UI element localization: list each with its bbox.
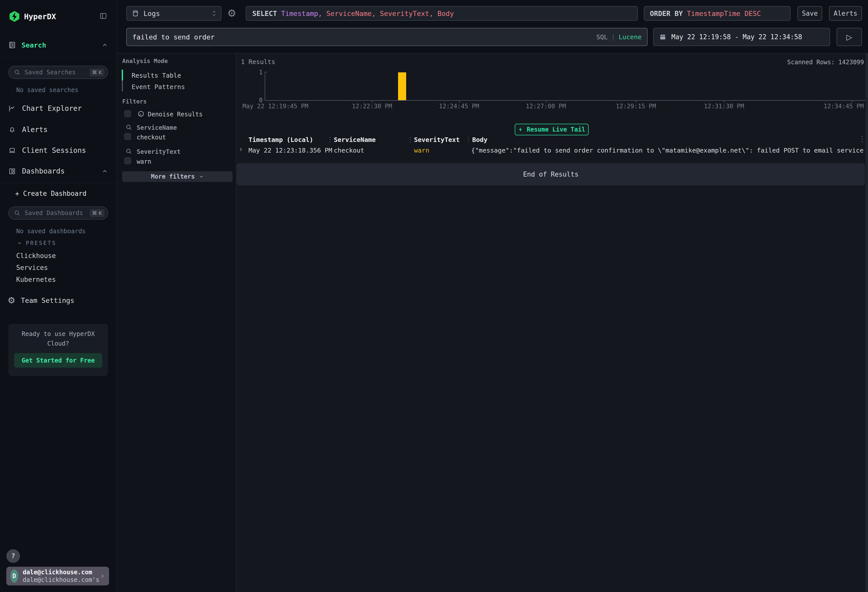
preset-item-kubernetes[interactable]: Kubernetes bbox=[16, 276, 56, 283]
presets-label: PRESETS bbox=[26, 240, 56, 246]
x-tick bbox=[852, 100, 852, 103]
query-settings-gear-icon[interactable]: ⚙ bbox=[227, 8, 236, 18]
saved-dashboards-placeholder: Saved Dashboards bbox=[25, 210, 83, 217]
shortcut-badge: ⌘ K bbox=[90, 68, 105, 77]
x-tick-label: 12:34:45 PM bbox=[824, 103, 864, 110]
col-header-servicename[interactable]: ServiceName bbox=[334, 136, 376, 143]
x-tick bbox=[372, 100, 372, 103]
search-icon bbox=[14, 69, 21, 76]
save-button[interactable]: Save bbox=[797, 6, 822, 21]
select-query-input[interactable]: SELECT Timestamp, ServiceName, SeverityT… bbox=[246, 6, 638, 21]
order-by-input[interactable]: ORDER BY TimestampTime DESC bbox=[644, 6, 791, 21]
column-resize-handle[interactable]: ⋮ bbox=[407, 136, 413, 143]
bell-icon bbox=[8, 126, 16, 134]
saved-dashboards-input[interactable]: Saved Dashboards ⌘ K bbox=[8, 207, 108, 220]
denoise-icon bbox=[137, 110, 145, 117]
filters-label: Filters bbox=[122, 98, 147, 105]
shortcut-badge: ⌘ K bbox=[90, 209, 105, 217]
histogram-bar[interactable] bbox=[398, 72, 406, 100]
logo[interactable]: HyperDX bbox=[8, 10, 56, 23]
dashboard-grid-icon bbox=[8, 167, 16, 175]
scrollbar-track[interactable] bbox=[865, 54, 868, 592]
x-tick bbox=[636, 100, 636, 103]
preset-item-services[interactable]: Services bbox=[16, 264, 48, 272]
sql-column-timestamp: Timestamp, bbox=[277, 10, 322, 18]
presets-toggle[interactable]: PRESETS bbox=[17, 240, 56, 246]
laptop-icon bbox=[8, 147, 16, 154]
cloud-promo-line1: Ready to use HyperDX bbox=[8, 331, 108, 338]
get-started-button[interactable]: Get Started for Free bbox=[14, 353, 102, 368]
row-expand-chevron-icon[interactable] bbox=[238, 147, 244, 152]
denoise-checkbox[interactable] bbox=[124, 110, 131, 117]
source-selector[interactable]: Logs bbox=[126, 6, 221, 21]
help-button[interactable]: ? bbox=[6, 549, 20, 563]
scanned-rows: Scanned Rows: 1423099 bbox=[734, 59, 864, 66]
facet-checkbox-checkout[interactable] bbox=[124, 133, 131, 140]
tab-inactive-indicator bbox=[122, 80, 123, 92]
sidebar-item-team-settings[interactable]: ⚙ Team Settings bbox=[7, 296, 74, 305]
x-tick-label: 12:31:30 PM bbox=[704, 103, 744, 110]
create-dashboard-button[interactable]: + Create Dashboard bbox=[15, 190, 87, 197]
y-axis-line bbox=[265, 72, 265, 100]
search-query-input[interactable]: failed to send order SQL | Lucene bbox=[126, 28, 648, 46]
source-label: Logs bbox=[143, 10, 160, 18]
sidebar-item-label: Dashboards bbox=[22, 167, 65, 175]
user-profile-card[interactable]: D dale@clickhouse.com dale@clickhouse.co… bbox=[6, 567, 109, 585]
chevron-up-icon[interactable] bbox=[102, 42, 108, 48]
sidebar-item-dashboards[interactable]: Dashboards bbox=[8, 167, 108, 175]
sidebar-item-label: Client Sessions bbox=[22, 146, 86, 155]
avatar: D bbox=[10, 570, 18, 583]
facet-name-servicename[interactable]: ServiceName bbox=[137, 124, 177, 131]
no-saved-searches-text: No saved searches bbox=[16, 87, 78, 94]
run-query-button[interactable]: ▷ bbox=[837, 28, 862, 46]
sidebar-item-chart-explorer[interactable]: Chart Explorer bbox=[8, 104, 82, 112]
cell-body: {"message":"failed to send order confirm… bbox=[471, 147, 865, 154]
facet-name-severitytext[interactable]: SeverityText bbox=[137, 148, 180, 155]
denoise-label[interactable]: Denoise Results bbox=[148, 111, 203, 118]
lucene-mode-toggle[interactable]: Lucene bbox=[619, 33, 642, 41]
facet-checkbox-warn[interactable] bbox=[124, 157, 131, 164]
chevron-down-icon bbox=[199, 174, 204, 179]
sql-columns: ServiceName, SeverityText, Body bbox=[322, 10, 454, 18]
user-email: dale@clickhouse.com bbox=[23, 569, 99, 576]
search-section-icon bbox=[8, 41, 16, 49]
column-resize-handle[interactable]: ⋮ bbox=[465, 136, 472, 143]
alerts-button[interactable]: Alerts bbox=[829, 6, 862, 21]
sidebar-item-alerts[interactable]: Alerts bbox=[8, 125, 47, 134]
tab-event-patterns[interactable]: Event Patterns bbox=[131, 83, 185, 90]
collapse-sidebar-icon[interactable] bbox=[99, 12, 107, 20]
x-tick-label: 12:22:30 PM bbox=[352, 103, 392, 110]
preset-item-clickhouse[interactable]: Clickhouse bbox=[16, 252, 56, 260]
select-chevrons-icon bbox=[211, 10, 217, 17]
search-query-value: failed to send order bbox=[132, 33, 215, 41]
column-resize-handle[interactable]: ⋮ bbox=[327, 136, 333, 143]
facet-option-warn[interactable]: warn bbox=[137, 158, 151, 165]
user-org: dale@clickhouse.com's bbox=[23, 576, 99, 583]
hyperdx-logo-icon bbox=[8, 10, 21, 23]
table-row[interactable]: May 22 12:23:18.356 PM checkout warn {"m… bbox=[236, 145, 867, 156]
chevron-down-icon bbox=[17, 240, 22, 246]
saved-searches-input[interactable]: Saved Searches ⌘ K bbox=[8, 66, 108, 79]
filters-panel: Analysis Mode Results Table Event Patter… bbox=[117, 54, 236, 592]
table-options-kebab-icon[interactable]: ⋮ bbox=[858, 135, 866, 143]
analysis-mode-label: Analysis Mode bbox=[122, 58, 168, 64]
chevron-up-icon[interactable] bbox=[102, 168, 108, 174]
col-header-severitytext[interactable]: SeverityText bbox=[414, 136, 460, 143]
results-histogram: 1 0 May 22 12:19:45 PM 12:22:30 PM 12:24… bbox=[236, 68, 868, 109]
order-by-value: TimestampTime DESC bbox=[683, 10, 761, 18]
cloud-promo-card: Ready to use HyperDX Cloud? Get Started … bbox=[8, 324, 108, 376]
col-header-body[interactable]: Body bbox=[472, 136, 487, 143]
x-tick bbox=[459, 100, 459, 103]
sidebar-item-client-sessions[interactable]: Client Sessions bbox=[8, 146, 86, 155]
facet-option-checkout[interactable]: checkout bbox=[137, 134, 166, 141]
date-range-picker[interactable]: May 22 12:19:58 - May 22 12:34:58 bbox=[653, 28, 830, 46]
resume-live-tail-button[interactable]: Resume Live Tail bbox=[515, 124, 589, 135]
more-filters-label: More filters bbox=[151, 173, 195, 180]
y-tick-label-1: 1 bbox=[251, 69, 263, 76]
tab-results-table[interactable]: Results Table bbox=[131, 72, 181, 79]
saved-searches-placeholder: Saved Searches bbox=[25, 69, 76, 76]
col-header-timestamp[interactable]: Timestamp (Local) bbox=[248, 136, 313, 143]
sidebar-item-search[interactable]: Search bbox=[8, 41, 108, 49]
sql-mode-toggle[interactable]: SQL bbox=[596, 33, 608, 41]
more-filters-button[interactable]: More filters bbox=[122, 171, 233, 182]
